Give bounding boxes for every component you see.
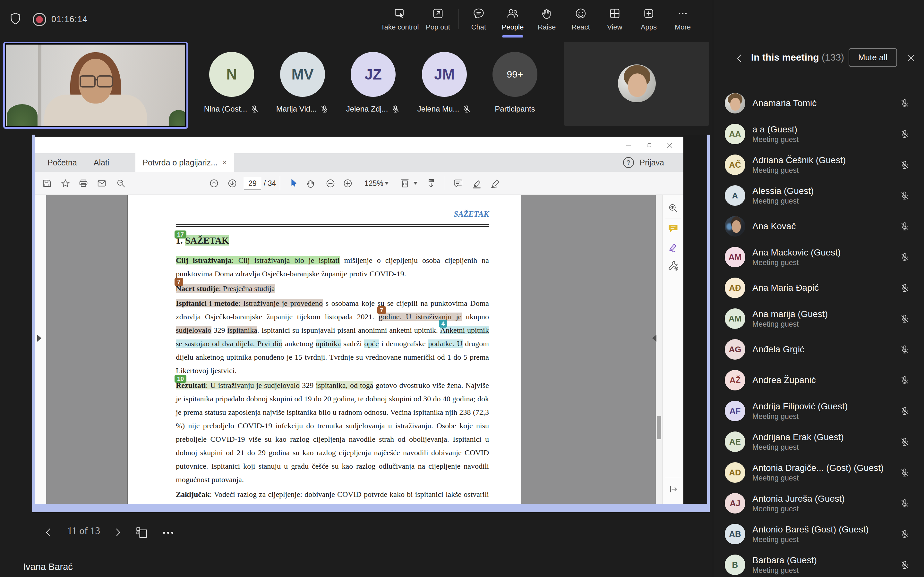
mic-off-icon	[320, 105, 329, 113]
annotation-badge[interactable]: 10	[174, 375, 186, 383]
hand-tool-icon[interactable]	[305, 178, 316, 189]
participant-row[interactable]: AF Andrija Filipović (Guest)Meeting gues…	[713, 396, 924, 426]
purple-pen-icon[interactable]	[667, 241, 679, 253]
video-participant[interactable]: N Nina (Gost...	[196, 39, 267, 113]
presenter-video-tile[interactable]	[3, 42, 188, 129]
previous-page-icon[interactable]	[208, 178, 220, 189]
pages-overview-button[interactable]	[135, 526, 149, 540]
mic-off-icon[interactable]	[900, 283, 910, 293]
participant-row[interactable]: B Barbara (Guest)Meeting guest	[713, 550, 924, 577]
next-page-icon[interactable]	[227, 178, 238, 189]
participant-row[interactable]: AA a a (Guest)Meeting guest	[713, 119, 924, 149]
zoom-caret-icon[interactable]	[384, 182, 389, 185]
toolbar-button-chat[interactable]: Chat	[462, 0, 496, 39]
tab-pocetna[interactable]: Početna	[39, 153, 86, 172]
search-dots-icon[interactable]	[115, 178, 126, 189]
participant-row[interactable]: AČ Adriana Češnik (Guest)Meeting guest	[713, 149, 924, 180]
zoom-in-icon[interactable]	[342, 178, 353, 189]
annotation-badge[interactable]: 7	[174, 278, 183, 286]
mic-off-icon[interactable]	[900, 406, 910, 416]
spotlight-tile[interactable]	[564, 42, 709, 126]
eye-magnifier-icon[interactable]	[667, 203, 679, 214]
participant-row[interactable]: AĐ Ana Maria Đapić	[713, 272, 924, 303]
highlighter-icon[interactable]	[471, 178, 482, 189]
mic-off-icon[interactable]	[900, 529, 910, 539]
close-tab-icon[interactable]: ×	[223, 158, 227, 167]
mic-off-icon[interactable]	[900, 375, 910, 385]
mic-off-icon[interactable]	[900, 160, 910, 170]
zoom-level[interactable]: 125%	[365, 172, 383, 195]
annotation-badge[interactable]: 7	[377, 306, 386, 314]
vertical-scrollbar[interactable]	[656, 195, 662, 504]
back-chevron-icon[interactable]	[734, 53, 745, 64]
video-participant[interactable]: JM Jelena Mu...	[409, 39, 480, 113]
scrollbar-thumb[interactable]	[657, 416, 661, 439]
mic-off-icon[interactable]	[900, 221, 910, 231]
toolbar-button-pop-out[interactable]: Pop out	[421, 0, 455, 39]
participant-row[interactable]: AB Antonio Bareš (Gost) (Guest)Meeting g…	[713, 519, 924, 550]
close-window-button[interactable]	[664, 140, 675, 151]
video-participant[interactable]: JZ Jelena Zdj...	[338, 39, 409, 113]
printer-icon[interactable]	[78, 178, 89, 189]
mic-off-icon[interactable]	[900, 467, 910, 478]
minimize-button[interactable]	[623, 140, 634, 151]
comment-yellow-icon[interactable]	[667, 222, 679, 234]
mic-off-icon[interactable]	[900, 314, 910, 324]
toolbar-button-raise[interactable]: Raise	[530, 0, 564, 39]
toolbar-button-view[interactable]: View	[598, 0, 632, 39]
participant-row[interactable]: Anamaria Tomić	[713, 88, 924, 119]
mic-off-icon[interactable]	[900, 344, 910, 355]
tab-alati[interactable]: Alati	[86, 153, 118, 172]
toolbar-button-take-control[interactable]: Take control	[379, 0, 421, 39]
restore-button[interactable]	[644, 140, 654, 151]
star-icon[interactable]	[60, 178, 71, 189]
toolbar-button-more[interactable]: More	[666, 0, 700, 39]
help-icon[interactable]: ?	[623, 157, 634, 168]
pen-sign-icon[interactable]	[490, 178, 501, 189]
participant-row[interactable]: AE Andrijana Erak (Guest)Meeting guest	[713, 426, 924, 457]
participant-row[interactable]: AD Antonia Dragiče... (Gost) (Guest)Meet…	[713, 457, 924, 488]
comment-icon[interactable]	[453, 178, 464, 189]
mic-off-icon[interactable]	[900, 129, 910, 139]
mic-off-icon[interactable]	[900, 437, 910, 447]
toolbar-button-people[interactable]: People	[496, 0, 530, 39]
participant-row[interactable]: Ana Kovač	[713, 211, 924, 242]
close-panel-icon[interactable]	[905, 53, 916, 63]
fit-caret-icon[interactable]	[413, 182, 418, 185]
envelope-icon[interactable]	[96, 178, 107, 189]
wrench-plus-icon[interactable]	[667, 259, 679, 271]
sign-in-link[interactable]: Prijava	[640, 158, 664, 167]
floppy-icon[interactable]	[41, 178, 52, 189]
annotation-badge[interactable]: 4	[439, 319, 447, 327]
zoom-out-icon[interactable]	[325, 178, 336, 189]
mic-off-icon[interactable]	[900, 98, 910, 108]
more-options-button[interactable]	[161, 526, 175, 540]
expand-nav-icon[interactable]	[37, 335, 41, 342]
participant-row[interactable]: AG Anđela Grgić	[713, 334, 924, 365]
tab-document[interactable]: Potvrda o plagijariz... ×	[136, 153, 234, 172]
mute-all-button[interactable]: Mute all	[849, 48, 897, 67]
mic-off-icon[interactable]	[900, 252, 910, 262]
toolbar-button-react[interactable]: React	[564, 0, 598, 39]
scroll-view-icon[interactable]	[426, 178, 437, 189]
participant-row[interactable]: AŽ Andrea Županić	[713, 365, 924, 396]
participant-row[interactable]: AJ Antonia Jureša (Guest)Meeting guest	[713, 488, 924, 519]
next-page-button[interactable]	[111, 526, 124, 538]
participant-row[interactable]: AM Ana marija (Guest)Meeting guest	[713, 303, 924, 334]
fit-width-icon[interactable]	[399, 178, 410, 189]
mic-off-icon[interactable]	[900, 190, 910, 201]
toolbar-button-apps[interactable]: Apps	[632, 0, 666, 39]
previous-page-button[interactable]	[42, 526, 55, 538]
participant-row[interactable]: A Alessia (Guest)Meeting guest	[713, 180, 924, 211]
participants-overflow-tile[interactable]: 99+ Participants	[480, 39, 550, 113]
mic-off-icon[interactable]	[900, 498, 910, 508]
pipe-arrow-icon[interactable]	[667, 484, 679, 495]
annotation-badge[interactable]: 17	[174, 230, 186, 239]
avatar: JZ	[351, 52, 396, 97]
collapse-tools-icon[interactable]	[652, 335, 656, 342]
video-participant[interactable]: MV Marija Vid...	[267, 39, 338, 113]
page-number-input[interactable]: 29	[244, 177, 261, 190]
mic-off-icon[interactable]	[900, 560, 910, 570]
select-tool-icon[interactable]	[288, 178, 299, 189]
participant-row[interactable]: AM Ana Mackovic (Guest)Meeting guest	[713, 242, 924, 272]
